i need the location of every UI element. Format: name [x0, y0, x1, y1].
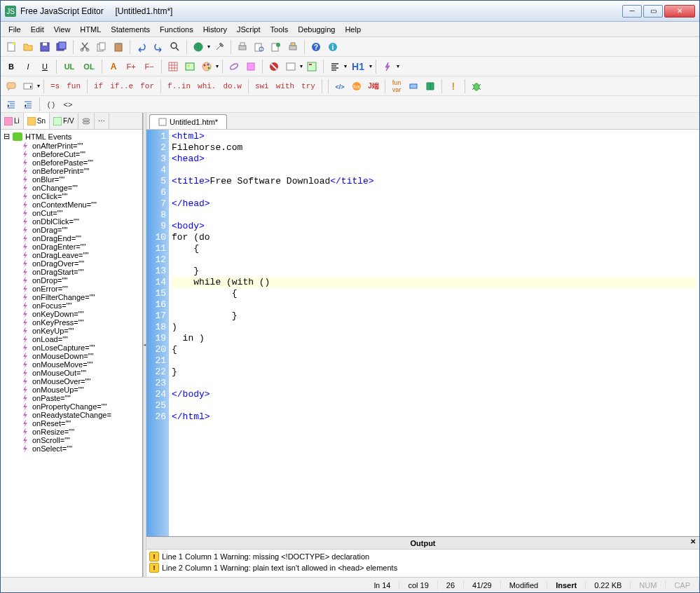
tree-item[interactable]: onKeyUp="" — [2, 327, 141, 335]
heading-button[interactable]: H1 — [348, 59, 368, 74]
book-button[interactable] — [423, 79, 438, 94]
menu-tools[interactable]: Tools — [266, 24, 294, 35]
save-all-button[interactable] — [54, 39, 69, 55]
snippet-ife[interactable]: if..e — [107, 82, 136, 90]
tree-item[interactable]: onBeforeCut="" — [2, 150, 141, 158]
var-button[interactable] — [406, 79, 421, 94]
tree-item[interactable]: onMouseMove="" — [2, 360, 141, 369]
indent-button[interactable] — [4, 97, 19, 112]
no-symbol-button[interactable] — [266, 59, 282, 74]
copy-button[interactable] — [94, 39, 109, 55]
ol-button[interactable]: OL — [80, 59, 98, 74]
sidebar-tab-more[interactable]: ⋯ — [95, 113, 109, 129]
close-button[interactable]: ✕ — [664, 5, 695, 18]
font-button[interactable]: A — [106, 59, 121, 74]
tree-item[interactable]: onError="" — [2, 285, 141, 293]
menu-history[interactable]: History — [198, 24, 232, 35]
tree-item[interactable]: onContextMenu="" — [2, 200, 141, 209]
web-button[interactable] — [191, 39, 206, 55]
bold-button[interactable]: B — [4, 59, 19, 74]
div-button[interactable] — [283, 59, 298, 74]
menu-functions[interactable]: Functions — [155, 24, 198, 35]
tree-item[interactable]: onDragOver="" — [2, 259, 141, 268]
snippet-dow[interactable]: do.w — [220, 82, 244, 90]
tree-root[interactable]: ⊟ HTML Events — [2, 131, 141, 142]
outdent-button[interactable] — [20, 97, 36, 112]
lightning-button[interactable] — [380, 59, 395, 74]
font-decrease-button[interactable]: F− — [141, 59, 158, 74]
tree-item[interactable]: onResize="" — [2, 428, 141, 436]
tree-item[interactable]: onReadystateChange= — [2, 411, 141, 419]
dropdown-button[interactable] — [20, 79, 36, 94]
snippet-for[interactable]: for — [137, 82, 157, 90]
snippet-with[interactable]: with — [273, 82, 297, 90]
preview-browser-button[interactable] — [268, 39, 284, 55]
output-body[interactable]: !Line 1 Column 1 Warning: missing <!DOCT… — [146, 550, 699, 577]
preview-button[interactable] — [252, 39, 267, 55]
menu-jscript[interactable]: JScript — [232, 24, 266, 35]
info-button[interactable]: i — [325, 39, 341, 55]
output-close-button[interactable]: ✕ — [688, 538, 698, 547]
cut-button[interactable] — [77, 39, 92, 55]
snippet-fun[interactable]: fun — [64, 82, 83, 90]
tree-item[interactable]: onMouseOver="" — [2, 377, 141, 386]
tree-item[interactable]: onSelect="" — [2, 444, 141, 453]
tree-item[interactable]: onPaste="" — [2, 394, 141, 402]
tree-item[interactable]: onDragEnd="" — [2, 234, 141, 243]
tree-item[interactable]: onKeyDown="" — [2, 310, 141, 318]
sidebar-tab-li[interactable]: Li — [1, 113, 24, 129]
new-file-button[interactable] — [4, 39, 19, 55]
menu-file[interactable]: File — [4, 24, 26, 35]
align-button[interactable] — [327, 59, 343, 74]
print-preview-button[interactable] — [285, 39, 301, 55]
braces-button[interactable]: <> — [60, 97, 76, 112]
tree-view[interactable]: ⊟ HTML Events onAfterPrint=""onBeforeCut… — [1, 130, 142, 577]
code-editor[interactable]: 1234567891011121314151617181920212223242… — [146, 130, 699, 536]
anchor-button[interactable] — [243, 59, 259, 74]
editor-tab[interactable]: Untitled1.htm* — [149, 114, 227, 129]
brackets-button[interactable]: ( ) — [43, 97, 59, 112]
tree-item[interactable]: onFocus="" — [2, 301, 141, 310]
image-button[interactable] — [182, 59, 198, 74]
tree-item[interactable]: onDrop="" — [2, 276, 141, 285]
sidebar-tab-fv[interactable]: F/V — [50, 113, 78, 129]
color-palette-button[interactable] — [199, 59, 214, 74]
snippet-s[interactable]: =s — [48, 82, 62, 90]
tree-item[interactable]: onCut="" — [2, 209, 141, 217]
menu-statements[interactable]: Statements — [106, 24, 155, 35]
menu-help[interactable]: Help — [340, 24, 366, 35]
tree-item[interactable]: onLoseCapture="" — [2, 343, 141, 352]
tree-item[interactable]: onMouseUp="" — [2, 386, 141, 394]
sidebar-tab-sn[interactable]: Sn — [24, 113, 50, 129]
print-button[interactable] — [235, 39, 250, 55]
menu-debugging[interactable]: Debugging — [293, 24, 340, 35]
script-tag-button[interactable]: </> — [332, 79, 348, 94]
tree-item[interactable]: onDrag="" — [2, 226, 141, 234]
tree-item[interactable]: onDragStart="" — [2, 268, 141, 276]
tree-item[interactable]: onDragLeave="" — [2, 251, 141, 259]
tree-item[interactable]: onFilterChange="" — [2, 293, 141, 301]
underline-button[interactable]: U — [37, 59, 53, 74]
tree-item[interactable]: onPropertyChange="" — [2, 402, 141, 411]
bug-button[interactable] — [469, 79, 484, 94]
ul-button[interactable]: UL — [60, 59, 78, 74]
paste-button[interactable] — [111, 39, 126, 55]
menu-view[interactable]: View — [49, 24, 76, 35]
minimize-button[interactable]: ─ — [622, 5, 642, 18]
jsv-button[interactable]: J端 — [366, 79, 381, 94]
fox-button[interactable]: fox — [349, 79, 364, 94]
tree-item[interactable]: onMouseDown="" — [2, 352, 141, 360]
snippet-swi[interactable]: swi — [252, 82, 272, 90]
snippet-fin[interactable]: f..in — [165, 82, 193, 90]
output-line[interactable]: !Line 1 Column 1 Warning: missing <!DOCT… — [149, 551, 696, 562]
snippet-whi[interactable]: whi. — [195, 82, 219, 90]
tree-item[interactable]: onClick="" — [2, 192, 141, 200]
sidebar-tab-db[interactable] — [78, 113, 95, 129]
tree-item[interactable]: onDblClick="" — [2, 217, 141, 226]
italic-button[interactable]: I — [20, 59, 36, 74]
tree-item[interactable]: onBeforePaste="" — [2, 158, 141, 167]
tree-item[interactable]: onAfterPrint="" — [2, 142, 141, 150]
code-content[interactable]: <html>Filehorse.com<head> <title>Free So… — [169, 130, 699, 536]
form-button[interactable] — [304, 59, 320, 74]
function-button[interactable]: funvar — [389, 79, 404, 94]
